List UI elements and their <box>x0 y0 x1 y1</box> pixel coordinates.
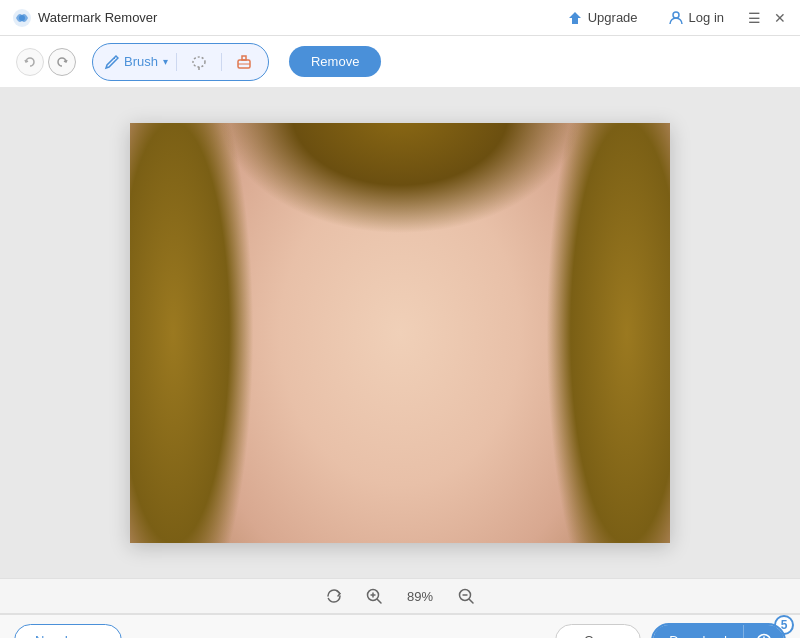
brush-chevron-icon: ▾ <box>163 56 168 67</box>
download-icon-button[interactable] <box>743 625 784 639</box>
upgrade-icon <box>567 10 583 26</box>
svg-point-2 <box>673 12 679 18</box>
redo-icon <box>56 56 68 68</box>
svg-rect-7 <box>242 56 246 60</box>
svg-point-27 <box>372 390 392 406</box>
upgrade-button[interactable]: Upgrade <box>559 7 646 29</box>
toolbar: Brush ▾ Remove <box>0 36 800 88</box>
user-icon <box>668 10 684 26</box>
close-button[interactable]: ✕ <box>772 10 788 26</box>
face-svg <box>130 123 670 543</box>
status-bar: 89% <box>0 578 800 614</box>
remove-button[interactable]: Remove <box>289 46 381 77</box>
svg-point-25 <box>471 276 479 284</box>
svg-rect-13 <box>550 123 670 543</box>
tool-group: Brush ▾ <box>92 43 269 81</box>
svg-rect-31 <box>350 518 450 543</box>
eraser-icon <box>235 53 253 71</box>
svg-point-11 <box>130 123 270 543</box>
undo-button[interactable] <box>16 48 44 76</box>
eraser-tool-button[interactable] <box>230 48 258 76</box>
brush-tool-button[interactable]: Brush ▾ <box>103 54 168 70</box>
svg-rect-8 <box>130 123 670 543</box>
svg-point-1 <box>19 15 25 21</box>
svg-point-18 <box>288 267 352 303</box>
download-button-group: Download <box>651 623 786 639</box>
title-right: Upgrade Log in ☰ ✕ <box>559 7 788 29</box>
title-bar: Watermark Remover Upgrade Log in ☰ ✕ <box>0 0 800 36</box>
app-title: Watermark Remover <box>38 10 157 25</box>
window-controls: ☰ ✕ <box>746 10 788 26</box>
download-clock-icon <box>756 633 772 639</box>
zoom-value: 89% <box>402 589 438 604</box>
menu-button[interactable]: ☰ <box>746 10 762 26</box>
tool-divider <box>176 53 177 71</box>
bottom-bar: New Image Crop 5 Download <box>0 614 800 638</box>
zoom-out-icon <box>457 587 475 605</box>
rotate-button[interactable] <box>322 584 346 608</box>
redo-button[interactable] <box>48 48 76 76</box>
svg-point-12 <box>530 123 670 543</box>
svg-point-23 <box>472 277 488 293</box>
svg-point-17 <box>440 263 520 303</box>
new-image-button[interactable]: New Image <box>14 624 122 638</box>
undo-icon <box>24 56 36 68</box>
svg-point-20 <box>304 269 336 301</box>
svg-point-26 <box>378 383 422 407</box>
zoom-in-icon <box>365 587 383 605</box>
svg-point-15 <box>245 123 555 293</box>
svg-rect-10 <box>130 123 250 543</box>
svg-point-28 <box>408 390 428 406</box>
svg-point-3 <box>193 57 205 67</box>
crop-button[interactable]: Crop <box>555 624 641 638</box>
image-container <box>130 123 670 543</box>
svg-point-30 <box>465 323 565 383</box>
main-image[interactable] <box>130 123 670 543</box>
app-logo-icon <box>12 8 32 28</box>
svg-point-21 <box>464 269 496 301</box>
zoom-in-button[interactable] <box>362 584 386 608</box>
brush-icon <box>103 54 119 70</box>
lasso-tool-button[interactable] <box>185 48 213 76</box>
download-label-button[interactable]: Download <box>653 625 743 638</box>
lasso-icon <box>190 53 208 71</box>
login-button[interactable]: Log in <box>660 7 732 29</box>
zoom-out-button[interactable] <box>454 584 478 608</box>
tool-divider-2 <box>221 53 222 71</box>
svg-line-37 <box>470 600 474 604</box>
svg-point-14 <box>230 123 570 533</box>
rotate-icon <box>325 587 343 605</box>
svg-point-19 <box>448 267 512 303</box>
svg-point-24 <box>311 276 319 284</box>
bottom-right: Crop 5 Download <box>555 623 786 639</box>
canvas-area <box>0 88 800 578</box>
svg-point-29 <box>235 323 335 383</box>
nav-controls <box>16 48 76 76</box>
svg-point-22 <box>312 277 328 293</box>
svg-point-16 <box>280 263 360 303</box>
download-group: 5 Download <box>651 623 786 639</box>
title-left: Watermark Remover <box>12 8 157 28</box>
svg-point-9 <box>200 123 600 253</box>
svg-line-33 <box>378 600 382 604</box>
